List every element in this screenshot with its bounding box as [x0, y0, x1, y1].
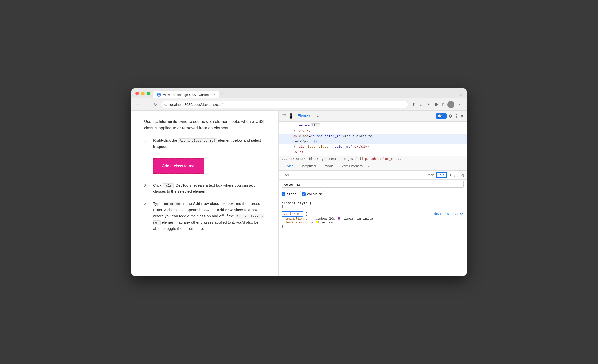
- toggle-changes-button[interactable]: ◁: [461, 173, 464, 177]
- step-3-content: Type color_me in the Add new class text …: [153, 201, 266, 231]
- dom-arrow-div: ▶: [294, 145, 296, 148]
- color-me-checkbox[interactable]: [302, 192, 306, 196]
- dom-pseudo-before: ::before: [294, 124, 310, 127]
- animation-property: animation : ▶ rainbow 10s linear infinit…: [282, 217, 464, 220]
- devtools-header-actions: 💬 1 ⚙ ⋮ ✕: [436, 113, 464, 119]
- dom-dollar-sign: $0: [313, 140, 318, 143]
- tab-favicon: [157, 93, 161, 97]
- dom-row-div-hidden[interactable]: ▶ <div hidden class="color_me">…</div>: [279, 144, 467, 150]
- animation-swatch: [338, 217, 340, 220]
- tab-menu-button[interactable]: ⌄: [459, 91, 463, 98]
- step-number-2: 2: [144, 182, 149, 195]
- tab-styles[interactable]: Styles: [281, 162, 297, 170]
- color-me-rule-selector: .color_me { _devtools.scss:55: [282, 211, 464, 217]
- more-tabs-button[interactable]: »: [317, 114, 319, 118]
- steps-list: 1 Right-click the Add a class to me! ele…: [144, 137, 266, 232]
- step-1-code: Add a class to me!: [178, 138, 217, 143]
- breadcrumb-ellipsis[interactable]: ...: [282, 157, 287, 161]
- browser-window: View and change CSS - Chrom... ✕ + ⌄ ← →…: [131, 88, 467, 276]
- class-color-me[interactable]: color_me: [300, 191, 325, 197]
- intro-styles-strong: Elements: [159, 119, 177, 124]
- color-me-label: color_me: [307, 192, 323, 196]
- step-1-content: Right-click the Add a class to me! eleme…: [153, 137, 266, 176]
- cls-button[interactable]: .cls: [436, 172, 447, 178]
- css-rule-element-style: element.style { }: [282, 201, 464, 209]
- step-number-1: 1: [144, 137, 149, 176]
- scissors-button[interactable]: ✂: [426, 101, 431, 108]
- intro-text: Use the Elements pane to see how an elem…: [144, 118, 266, 131]
- chrome-menu-button[interactable]: ⋮: [457, 101, 463, 108]
- chat-button[interactable]: 💬 1: [436, 113, 447, 119]
- dom-tree: ::before flex ▶ <p>…</p> ... <p class="a…: [279, 122, 467, 156]
- tab-close-button[interactable]: ✕: [213, 93, 216, 96]
- breadcrumb-item-1[interactable]: ack.stack--block.type.center-images: [289, 157, 353, 161]
- dom-row-p-empty[interactable]: ▶ <p>…</p>: [279, 128, 467, 134]
- minimize-window-button[interactable]: [141, 92, 145, 95]
- new-tab-button[interactable]: +: [221, 91, 224, 98]
- tab-layout[interactable]: Layout: [319, 162, 336, 170]
- demo-element[interactable]: Add a class to me!: [153, 158, 204, 174]
- sidebar-button[interactable]: ▯: [441, 101, 445, 108]
- address-bar[interactable]: ⓘ localhost:8080/docs/devtools/css/: [161, 101, 408, 108]
- dom-row-before[interactable]: ::before flex: [279, 123, 467, 128]
- step-2-cls-code: .cls: [163, 183, 174, 188]
- selector-highlight-box: .color_me: [282, 211, 303, 217]
- filter-bar: :hov .cls + ⬚ ◁: [279, 171, 467, 180]
- close-devtools-button[interactable]: ✕: [460, 114, 464, 119]
- reload-button[interactable]: ↻: [153, 101, 158, 108]
- class-checkboxes: aloha color_me: [279, 189, 467, 199]
- url-text: localhost:8080/docs/devtools/css/: [169, 103, 223, 107]
- tab-elements[interactable]: Elements: [296, 113, 314, 119]
- styles-tabs-bar: Styles Computed Layout Event Listeners »: [279, 162, 467, 171]
- close-window-button[interactable]: [135, 92, 139, 95]
- add-style-rule-button[interactable]: +: [449, 173, 452, 177]
- step-2-content: Click .cls. DevTools reveals a text box …: [153, 182, 266, 195]
- settings-button[interactable]: ⚙: [449, 114, 452, 119]
- dom-row-li-close[interactable]: </li>: [279, 150, 467, 155]
- maximize-window-button[interactable]: [147, 92, 150, 95]
- background-swatch: [316, 221, 319, 223]
- aloha-label: aloha: [287, 192, 296, 196]
- step-number-3: 3: [144, 201, 149, 231]
- left-panel: Use the Elements pane to see how an elem…: [131, 111, 279, 276]
- breadcrumb-item-4[interactable]: p.aloha.color_me: [365, 157, 394, 161]
- more-options-button[interactable]: ⋮: [454, 114, 458, 119]
- forward-button[interactable]: →: [144, 101, 150, 108]
- class-input-field[interactable]: [282, 181, 464, 188]
- title-bar: View and change CSS - Chrom... ✕ + ⌄: [131, 88, 467, 98]
- back-button[interactable]: ←: [135, 101, 141, 108]
- step-3-code2: Add a class to me!: [153, 214, 264, 225]
- new-style-button[interactable]: ⬚: [454, 173, 458, 177]
- select-element-button[interactable]: ⬚: [282, 113, 286, 119]
- extensions-button[interactable]: ⬟: [433, 101, 439, 108]
- breadcrumb-ellipsis-2[interactable]: ...: [396, 157, 401, 161]
- main-content: Use the Elements pane to see how an elem…: [131, 111, 467, 276]
- tab-event-listeners[interactable]: Event Listeners: [336, 162, 366, 170]
- step-3-add-class-strong: Add new class: [193, 201, 219, 206]
- secure-icon: ⓘ: [164, 102, 167, 107]
- chat-icon: 💬: [438, 114, 442, 118]
- device-toolbar-button[interactable]: 📱: [288, 113, 294, 119]
- tab-computed[interactable]: Computed: [297, 162, 319, 170]
- step-3-code: color_me: [163, 202, 181, 206]
- devtools-panel: ⬚ 📱 Elements » 💬 1 ⚙ ⋮ ✕ ::bef: [279, 111, 467, 276]
- class-aloha[interactable]: aloha: [282, 192, 296, 196]
- traffic-lights: [135, 92, 150, 98]
- hov-label[interactable]: :hov: [428, 173, 434, 177]
- more-styles-tabs[interactable]: »: [366, 162, 371, 170]
- dom-row-p-selected[interactable]: ... <p class="aloha color_me">Add a clas…: [279, 134, 467, 139]
- filter-input[interactable]: [282, 173, 425, 177]
- avatar[interactable]: [447, 101, 454, 108]
- share-button[interactable]: ⬆: [411, 101, 416, 108]
- aloha-checkbox[interactable]: [282, 192, 285, 196]
- step-1-inspect: Inspect.: [153, 144, 168, 149]
- breadcrumb-bar: ... ack.stack--block.type.center-images …: [279, 156, 467, 162]
- toolbar-actions: ⬆ ☆ ✂ ⬟ ▯ ⋮: [411, 101, 463, 108]
- breadcrumb-item-3[interactable]: li: [360, 157, 363, 161]
- bookmark-button[interactable]: ☆: [418, 101, 424, 108]
- color-me-selector-name[interactable]: .color_me {: [282, 211, 307, 217]
- browser-tab-active[interactable]: View and change CSS - Chrom... ✕: [153, 91, 219, 98]
- toolbar: ← → ↻ ⓘ localhost:8080/docs/devtools/css…: [131, 98, 467, 111]
- breadcrumb-item-2[interactable]: ol: [355, 157, 358, 161]
- file-reference[interactable]: _devtools.scss:55: [432, 212, 464, 216]
